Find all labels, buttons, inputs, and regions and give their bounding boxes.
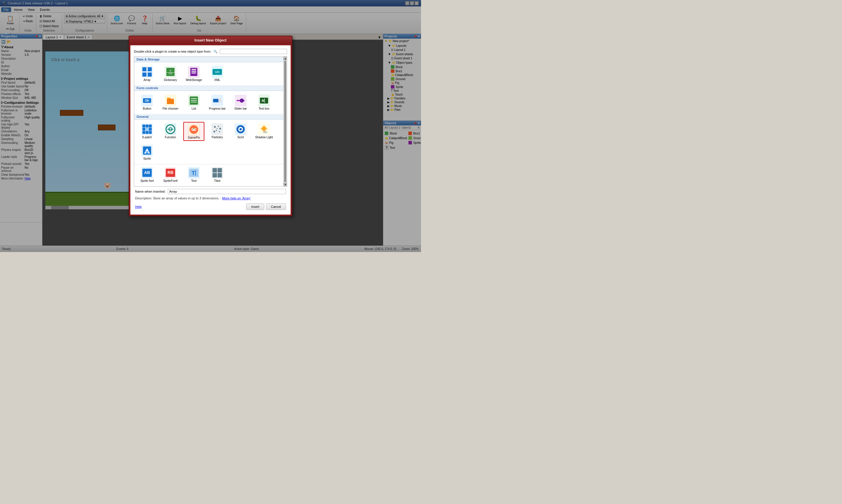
svg-point-46 [219, 128, 221, 129]
function-plugin-icon [165, 123, 176, 135]
list-plugin-label: List [192, 107, 196, 110]
svg-text:a|: a| [262, 98, 265, 103]
svg-rect-29 [146, 125, 148, 127]
plugin-search-input[interactable] [220, 49, 287, 54]
text-box-plugin-label: Text box [258, 107, 269, 110]
svg-text:OK: OK [145, 99, 150, 102]
svg-rect-34 [142, 131, 145, 134]
plugin-text-box[interactable]: a| Text box [253, 93, 274, 112]
scroll-down-arrow[interactable]: ▼ [284, 183, 287, 186]
plugin-area-container: Data & Storage 0 1 [134, 56, 287, 186]
svg-rect-32 [146, 128, 148, 131]
plugin-list[interactable]: List [183, 93, 204, 112]
svg-point-25 [240, 98, 244, 103]
svg-point-49 [213, 131, 215, 132]
file-chooser-plugin-icon [165, 95, 176, 106]
data-storage-plugins: 0 1 Array 0 100 [134, 62, 283, 85]
svg-rect-20 [191, 100, 197, 101]
plugin-shadow-light[interactable]: Shadow Light [253, 122, 274, 141]
plugin-spritefont-i[interactable]: RB SpriteFontI [160, 165, 181, 184]
shadow-light-plugin-icon [258, 123, 270, 135]
modal-scrollbar[interactable]: ▲ ▼ [283, 57, 287, 186]
modal-desc-row: Description: Store an array of values in… [134, 196, 287, 200]
scroll-thumb[interactable] [284, 61, 286, 182]
more-help-link[interactable]: More help on 'Array' [222, 196, 251, 200]
category-data-storage: Data & Storage [134, 57, 283, 62]
insert-object-modal: Insert New Object Double-click a plugin … [129, 36, 292, 216]
svg-text:0: 0 [170, 69, 171, 72]
tiled-plugin-icon [211, 167, 223, 179]
plugin-slider-bar[interactable]: Slider bar [230, 93, 251, 112]
svg-point-45 [218, 126, 219, 127]
plugin-tiled[interactable]: Tiled [207, 165, 228, 184]
plugin-function[interactable]: Function [160, 122, 181, 141]
plugin-dictionary[interactable]: 0 100 Dictionary [160, 65, 181, 83]
plugin-button[interactable]: OK Button [137, 93, 158, 112]
array-plugin-label: Array [144, 78, 150, 82]
svg-rect-30 [149, 125, 152, 127]
slider-bar-plugin-label: Slider bar [234, 107, 247, 110]
plugin-particles[interactable]: Particles [207, 122, 228, 141]
spritefont-i-plugin-label: SpriteFontI [163, 179, 178, 182]
modal-search-row: Double-click a plugin to create a new ob… [134, 49, 287, 54]
plugin-file-chooser[interactable]: File chooser [160, 93, 181, 112]
svg-rect-12 [192, 71, 196, 72]
form-controls-plugins: OK Button Fi [134, 91, 283, 114]
more-plugins: AB Sprite font RB [134, 164, 283, 186]
sprite-font-plugin-icon: AB [141, 167, 153, 179]
array-plugin-icon: 0 1 [141, 66, 153, 78]
plugin-progress-bar[interactable]: Progress bar [207, 93, 228, 112]
xml-plugin-label: XML [214, 78, 220, 82]
plugin-sprite-font[interactable]: AB Sprite font [137, 165, 158, 184]
gamepix-plugin-label: GamePix [188, 136, 200, 139]
svg-rect-61 [146, 151, 148, 154]
svg-rect-11 [192, 69, 196, 70]
plugin-array[interactable]: 0 1 Array [137, 65, 158, 83]
svg-point-48 [219, 131, 220, 132]
modal-title-bar: Insert New Object [129, 36, 292, 44]
sprite-general-plugin-label: Sprite [143, 157, 151, 160]
modal-help-link[interactable]: Help [134, 204, 143, 210]
svg-point-54 [262, 126, 266, 131]
svg-rect-21 [191, 102, 197, 102]
gamepix-plugin-icon [188, 124, 200, 136]
button-plugin-label: Button [143, 107, 151, 110]
svg-rect-0 [142, 67, 146, 71]
plugin-9patch[interactable]: 9-patch [137, 122, 158, 141]
insert-button[interactable]: Insert [246, 203, 264, 210]
svg-point-44 [214, 126, 216, 128]
svg-point-42 [195, 129, 196, 130]
particles-plugin-icon [211, 123, 223, 135]
particles-plugin-label: Particles [212, 136, 223, 139]
svg-rect-71 [213, 173, 217, 177]
plugin-gamepix[interactable]: GamePix [183, 122, 204, 141]
file-chooser-plugin-label: File chooser [163, 107, 178, 110]
sprite-font-plugin-label: Sprite font [140, 179, 154, 182]
name-when-inserted-input[interactable] [168, 189, 286, 194]
svg-rect-69 [213, 168, 217, 173]
plugin-webstorage[interactable]: WebStorage [183, 65, 204, 83]
dictionary-plugin-icon: 0 100 [165, 66, 176, 78]
cancel-button[interactable]: Cancel [266, 203, 286, 210]
xml-plugin-icon: </> [211, 66, 223, 78]
list-plugin-icon [188, 95, 200, 106]
scml-plugin-icon [235, 123, 247, 135]
text-more-plugin-icon: T [188, 167, 200, 179]
plugin-text-more[interactable]: T Text [183, 165, 204, 184]
plugin-xml[interactable]: </> XML [207, 65, 228, 83]
plugin-sprite-general[interactable]: Sprite [137, 143, 158, 162]
search-icon: 🔍 [213, 50, 217, 54]
svg-rect-3 [148, 72, 152, 77]
svg-point-50 [217, 128, 218, 129]
category-form-controls: Form controls [134, 85, 283, 91]
svg-rect-70 [217, 168, 222, 173]
svg-rect-2 [142, 72, 146, 77]
svg-point-53 [239, 128, 242, 130]
webstorage-plugin-icon [188, 66, 200, 78]
tiled-plugin-label: Tiled [214, 179, 220, 182]
scroll-up-arrow[interactable]: ▲ [284, 57, 287, 60]
svg-text:T: T [192, 170, 195, 176]
plugin-scroll-area[interactable]: Data & Storage 0 1 [134, 57, 283, 186]
svg-rect-35 [146, 131, 148, 134]
plugin-scml[interactable]: Scml [230, 122, 251, 141]
